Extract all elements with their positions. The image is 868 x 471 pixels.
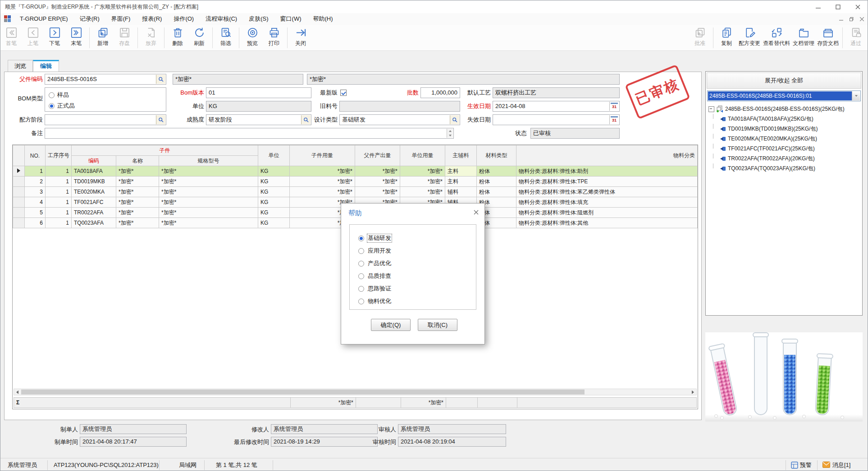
option-app-dev[interactable]: 应用开发	[358, 247, 392, 255]
col-code[interactable]: 编码	[72, 156, 116, 166]
message-icon[interactable]	[822, 462, 830, 468]
inventory-document-button[interactable]: 存货文档	[816, 27, 840, 47]
parent-code-lookup-button[interactable]	[156, 75, 165, 84]
latest-version-checkbox[interactable]	[340, 90, 347, 96]
col-unit[interactable]: 单位	[258, 145, 290, 166]
calendar-button[interactable]: 31	[609, 115, 619, 124]
close-form-button[interactable]: 关闭	[290, 27, 311, 47]
col-child-qty[interactable]: 子件用量	[290, 145, 355, 166]
component-icon	[720, 156, 726, 162]
expand-collapse-all-button[interactable]: 展开/收起 全部	[707, 72, 861, 89]
table-row[interactable]: 11 TA0018AFA*加密**加密* KG*加密* *加密**加密* 主料粉…	[13, 166, 698, 177]
menu-operation[interactable]: 操作(O)	[168, 13, 200, 25]
status-message[interactable]: 消息[1]	[832, 458, 850, 471]
menu-flow-audit[interactable]: 流程审核(C)	[200, 13, 243, 25]
add-button[interactable]: 新增	[92, 27, 114, 47]
collapse-icon[interactable]	[708, 106, 714, 112]
dialog-close-button[interactable]	[472, 208, 480, 216]
col-material-type[interactable]: 材料类型	[477, 145, 516, 166]
option-product-opt[interactable]: 产品优化	[358, 259, 392, 267]
expiry-date-input[interactable]: 31	[493, 114, 620, 125]
discard-button[interactable]: 放弃	[140, 27, 162, 47]
col-unit-qty[interactable]: 单位用量	[400, 145, 445, 166]
menu-tgroup-erp[interactable]: T-GROUP ERP(E)	[14, 13, 74, 25]
menu-record[interactable]: 记录(R)	[74, 13, 105, 25]
tab-browse[interactable]: 浏览	[8, 60, 33, 72]
next-record-button[interactable]: 下笔	[44, 27, 65, 47]
tree-node[interactable]: TE0020MKA(TE0020MKA)(25KG/包)	[708, 134, 861, 144]
col-name[interactable]: 名称	[116, 156, 159, 166]
remark-spinner[interactable]	[447, 129, 453, 138]
option-material-opt[interactable]: 物料优化	[358, 297, 392, 305]
ok-button[interactable]: 确定(Q)	[371, 319, 411, 331]
scrollbar-thumb[interactable]	[21, 389, 585, 394]
menu-interface[interactable]: 界面(F)	[105, 13, 137, 25]
pass-button[interactable]: 通过	[845, 27, 867, 47]
cancel-button[interactable]: 取消(C)	[418, 319, 457, 331]
horizontal-scrollbar[interactable]	[14, 389, 697, 395]
col-spec[interactable]: 规格型号	[159, 156, 258, 166]
minimize-button[interactable]	[808, 0, 828, 13]
bom-type-sample-radio[interactable]: 样品	[49, 90, 69, 100]
effective-date-input[interactable]: 2021-04-08 31	[493, 101, 620, 112]
menu-report[interactable]: 报表(R)	[136, 13, 168, 25]
refresh-button[interactable]: 刷新	[188, 27, 210, 47]
menu-help[interactable]: 帮助(H)	[307, 13, 338, 25]
option-basic-rd[interactable]: 基础研发	[358, 234, 392, 242]
col-material-class[interactable]: 物料分类	[516, 145, 698, 166]
view-substitute-button[interactable]: 查看替代料	[762, 27, 791, 47]
col-child-group[interactable]: 子件	[72, 145, 258, 156]
tree-node[interactable]: TF0021AFC(TF0021AFC)(25KG/包)	[708, 144, 861, 154]
first-record-button[interactable]: 首笔	[0, 27, 22, 47]
status-database: ATP123(YOUNG-PC\SQL2012:ATP123)	[54, 458, 159, 471]
status-bar: 系统管理员 ATP123(YOUNG-PC\SQL2012:ATP123) 局域…	[0, 458, 868, 471]
combo-dropdown-button[interactable]	[852, 91, 860, 100]
calendar-button[interactable]: 31	[609, 102, 619, 111]
tree-node[interactable]: TQ0023AFA(TQ0023AFA)(25KG/包)	[708, 163, 861, 173]
modify-time-label: 最后修改时间	[217, 437, 269, 448]
close-button[interactable]	[848, 0, 868, 13]
filter-button[interactable]: 筛选	[215, 27, 237, 47]
prev-record-button[interactable]: 上笔	[22, 27, 44, 47]
bom-type-formal-radio[interactable]: 正式品	[49, 101, 75, 111]
parent-code-input[interactable]: 2485B-ESS-0016S	[45, 74, 166, 85]
remark-input[interactable]	[45, 128, 454, 139]
maximize-button[interactable]	[828, 0, 848, 13]
bom-version-combo[interactable]: 2485B-ESS-0016S(2485B-ESS-0016S):01	[707, 91, 861, 101]
copy-button[interactable]: 复制	[716, 27, 737, 47]
col-parent-output[interactable]: 父件产出量	[355, 145, 400, 166]
mdi-minimize-icon[interactable]	[839, 17, 843, 21]
tab-edit[interactable]: 编辑	[33, 60, 59, 72]
status-field: 已审核	[530, 128, 620, 139]
scroll-right-button[interactable]	[690, 389, 696, 395]
table-row[interactable]: 31 TE0020MKA*加密**加密* KG*加密* *加密**加密* 辅料粉…	[13, 187, 698, 197]
option-idea-verify[interactable]: 思路验证	[358, 285, 392, 293]
menu-skin[interactable]: 皮肤(S)	[243, 13, 274, 25]
approve-button[interactable]: 批准	[689, 27, 711, 47]
tree-node[interactable]: TA0018AFA(TA0018AFA)(25KG/包)	[708, 114, 861, 124]
menu-window[interactable]: 窗口(W)	[274, 13, 307, 25]
col-main-aux[interactable]: 主辅料	[445, 145, 477, 166]
mdi-close-icon[interactable]	[860, 17, 864, 21]
tree-node[interactable]: TD0019MKB(TD0019MKB)(25KG/包)	[708, 124, 861, 134]
preview-button[interactable]: 预览	[242, 27, 263, 47]
table-row[interactable]: 21 TD0019MKB*加密**加密* KG*加密* *加密**加密* 主料粉…	[13, 177, 698, 187]
alert-icon[interactable]	[791, 462, 798, 469]
formula-stage-input[interactable]	[45, 114, 166, 125]
print-button[interactable]: 打印	[263, 27, 285, 47]
last-record-button[interactable]: 末笔	[65, 27, 87, 47]
document-manage-button[interactable]: 文档管理	[791, 27, 816, 47]
tree-root-node[interactable]: 2485B-ESS-0016S(2485B-ESS-0016S)(25KG/包)	[708, 104, 861, 114]
batch-input[interactable]: 1,000,000	[420, 87, 460, 98]
tree-node[interactable]: TR0022AFA(TR0022AFA)(20KG/包)	[708, 154, 861, 163]
save-button[interactable]: 存盘	[114, 27, 135, 47]
formula-change-button[interactable]: 配方变更	[737, 27, 762, 47]
chevron-down-icon	[855, 95, 858, 97]
option-quality-check[interactable]: 品质排查	[358, 272, 392, 280]
scroll-left-button[interactable]	[14, 389, 21, 395]
col-seq[interactable]: 工序序号	[46, 145, 72, 166]
delete-button[interactable]: 删除	[167, 27, 188, 47]
col-no[interactable]: NO.	[25, 145, 46, 166]
status-alert[interactable]: 预警	[800, 458, 812, 471]
mdi-restore-icon[interactable]	[850, 17, 854, 21]
